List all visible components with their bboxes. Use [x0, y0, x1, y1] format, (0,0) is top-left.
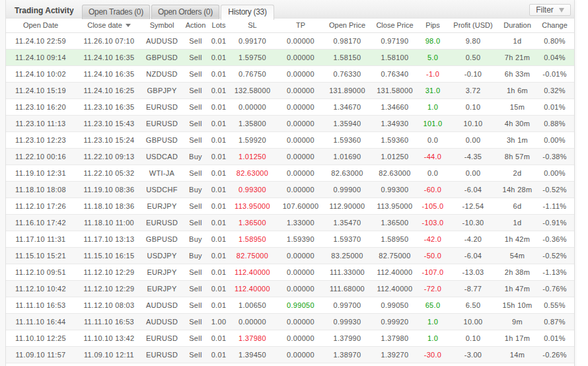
cell-open-price: 0.99700 [324, 297, 371, 313]
table-row[interactable]: 11.18.10 18:0811.19.10 08:36USDCHFBuy0.0… [6, 181, 574, 198]
cell-duration: 1h 6m [499, 82, 535, 98]
table-row[interactable]: 11.11.10 16:4411.11.10 16:53AUDUSDSell1.… [6, 313, 574, 330]
cell-duration: 1h 42m [499, 231, 535, 247]
cell-close-date: 11.22.10 09:13 [75, 148, 143, 165]
cell-close-date: 11.24.10 16:25 [75, 82, 143, 98]
cell-profit: -0.10 [447, 65, 499, 82]
table-row[interactable]: 11.23.10 12:2311.23.10 15:24GBPUSDSell0.… [6, 131, 574, 148]
cell-pips: -42.0 [419, 231, 447, 247]
cell-open-price: 0.98170 [324, 32, 371, 49]
table-row[interactable]: 11.11.10 16:5311.12.10 08:03AUDUSDSell0.… [6, 297, 574, 313]
column-header-change[interactable]: Change [535, 18, 574, 32]
cell-duration: 4h 30m [499, 115, 535, 131]
cell-change: -1.11% [535, 198, 574, 214]
cell-symbol: GBPJPY [143, 82, 181, 98]
tab-open-orders[interactable]: Open Orders (0) [151, 5, 219, 19]
cell-duration: 1d [499, 32, 535, 49]
table-row[interactable]: 11.10.10 12:2511.10.10 13:42EURUSDSell0.… [6, 330, 574, 346]
column-header-sl[interactable]: SL [227, 18, 277, 32]
cell-pips: 1.0 [419, 330, 447, 346]
cell-close-date: 11.17.10 13:13 [75, 231, 143, 247]
cell-open-price: 1.58150 [324, 49, 371, 65]
column-header-tp[interactable]: TP [277, 18, 324, 32]
cell-profit: 0.10 [447, 330, 499, 346]
table-row[interactable]: 11.12.10 17:2611.18.10 18:36EURJPYSell0.… [6, 198, 574, 214]
column-header-duration[interactable]: Duration [499, 18, 535, 32]
table-row[interactable]: 11.17.10 11:3111.17.10 13:13GBPUSDBuy0.0… [6, 231, 574, 247]
table-row[interactable]: 11.24.10 10:0211.24.10 16:35NZDUSDSell0.… [6, 65, 574, 82]
cell-close-date: 11.22.10 05:32 [75, 165, 143, 181]
cell-close-date: 11.18.10 18:36 [75, 198, 143, 214]
tab-history[interactable]: History (33) [221, 5, 274, 20]
cell-close-price: 0.99920 [371, 313, 419, 330]
cell-action: Sell [181, 346, 210, 363]
cell-close-date: 11.15.10 16:15 [75, 247, 143, 264]
cell-change: -0.91% [535, 214, 574, 231]
cell-tp: 0.00000 [277, 131, 324, 148]
cell-profit: -8.77 [447, 280, 499, 297]
column-header-action[interactable]: Action [181, 18, 210, 32]
column-header-profit[interactable]: Profit (USD) [447, 18, 499, 32]
cell-close-date: 11.18.10 11:00 [75, 214, 143, 231]
column-header-lots[interactable]: Lots [210, 18, 227, 32]
cell-symbol: EURUSD [143, 98, 181, 115]
cell-open-price: 112.90000 [324, 198, 371, 214]
tab-open-trades[interactable]: Open Trades (0) [82, 5, 150, 19]
table-row[interactable]: 11.24.10 15:1911.24.10 16:25GBPJPYSell0.… [6, 82, 574, 98]
cell-profit: 0.10 [447, 98, 499, 115]
cell-duration: 14m [499, 346, 535, 363]
column-header-close_price[interactable]: Close Price [371, 18, 419, 32]
table-row[interactable]: 11.16.10 17:4211.18.10 11:00EURUSDSell0.… [6, 214, 574, 231]
cell-close-price: 1.34930 [371, 115, 419, 131]
cell-open-price: 111.68000 [324, 280, 371, 297]
cell-profit: 10.00 [447, 313, 499, 330]
cell-symbol: EURJPY [143, 198, 181, 214]
cell-lots: 0.01 [210, 98, 227, 115]
cell-close-price: 1.39270 [371, 346, 419, 363]
cell-open-date: 11.11.10 16:44 [6, 313, 75, 330]
table-row[interactable]: 11.12.10 09:5111.12.10 12:29EURJPYSell0.… [6, 264, 574, 280]
column-header-symbol[interactable]: Symbol [143, 18, 181, 32]
column-header-pips[interactable]: Pips [419, 18, 447, 32]
table-row[interactable]: 11.19.10 12:3111.22.10 05:32WTI-JASell0.… [6, 165, 574, 181]
cell-tp: 107.60000 [277, 198, 324, 214]
table-row[interactable]: 11.12.10 10:4211.12.10 12:29EURJPYSell0.… [6, 280, 574, 297]
cell-close-date: 11.24.10 16:35 [75, 65, 143, 82]
cell-action: Sell [181, 82, 210, 98]
cell-symbol: AUDUSD [143, 297, 181, 313]
cell-sl: 82.75000 [227, 247, 277, 264]
cell-lots: 0.01 [210, 148, 227, 165]
cell-profit: -4.20 [447, 231, 499, 247]
cell-close-price: 112.40000 [371, 264, 419, 280]
trading-activity-panel: Trading Activity Open Trades (0) Open Or… [5, 0, 575, 366]
column-header-label: Open Date [23, 21, 58, 29]
cell-symbol: EURUSD [143, 115, 181, 131]
cell-open-price: 82.63000 [324, 165, 371, 181]
table-row[interactable]: 11.24.10 09:1411.24.10 16:35GBPUSDSell0.… [6, 49, 574, 65]
table-row[interactable]: 11.24.10 22:5911.26.10 07:10AUDUSDSell0.… [6, 32, 574, 49]
table-row[interactable]: 11.23.10 16:2011.23.10 16:35EURUSDSell0.… [6, 98, 574, 115]
cell-action: Sell [181, 49, 210, 65]
filter-button-label: Filter [536, 5, 554, 15]
cell-tp: 0.00000 [277, 82, 324, 98]
table-row[interactable]: 11.15.10 15:2111.15.10 16:15USDJPYBuy0.0… [6, 247, 574, 264]
table-row[interactable]: 11.09.10 11:5711.09.10 12:11EURUSDSell0.… [6, 346, 574, 363]
cell-change: -0.26% [535, 346, 574, 363]
column-header-open_date[interactable]: Open Date [6, 18, 75, 32]
column-header-close_date[interactable]: Close date [75, 18, 143, 32]
table-row[interactable]: 11.23.10 11:1311.23.10 15:43EURUSDSell0.… [6, 115, 574, 131]
cell-open-date: 11.23.10 12:23 [6, 131, 75, 148]
cell-action: Sell [181, 330, 210, 346]
filter-button[interactable]: Filter [529, 4, 571, 16]
cell-tp: 0.00000 [277, 313, 324, 330]
column-header-label: Change [542, 21, 568, 29]
column-header-open_price[interactable]: Open Price [324, 18, 371, 32]
cell-lots: 0.01 [210, 198, 227, 214]
cell-tp: 0.00000 [277, 247, 324, 264]
table-row[interactable]: 11.22.10 00:1611.22.10 09:13USDCADBuy0.0… [6, 148, 574, 165]
cell-close-price: 0.97190 [371, 32, 419, 49]
cell-symbol: EURUSD [143, 214, 181, 231]
cell-open-date: 11.24.10 10:02 [6, 65, 75, 82]
cell-open-date: 11.23.10 16:20 [6, 98, 75, 115]
cell-tp: 0.00000 [277, 280, 324, 297]
